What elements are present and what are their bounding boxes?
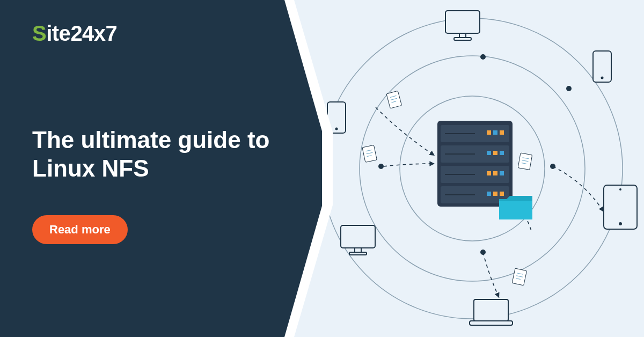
svg-rect-8 (518, 153, 532, 170)
svg-rect-46 (474, 299, 508, 321)
svg-rect-40 (454, 38, 471, 40)
orbit-node-icon (480, 54, 486, 60)
folder-icon (499, 196, 532, 219)
svg-rect-32 (500, 192, 504, 196)
svg-rect-30 (487, 192, 491, 196)
svg-rect-39 (459, 33, 466, 38)
svg-rect-22 (493, 130, 497, 135)
svg-rect-4 (362, 145, 377, 162)
svg-rect-48 (341, 225, 375, 248)
svg-point-44 (619, 222, 622, 225)
svg-rect-12 (512, 268, 526, 285)
svg-point-52 (335, 128, 338, 130)
svg-rect-25 (493, 151, 497, 155)
svg-rect-28 (493, 171, 497, 175)
logo-letter-ite: ite (46, 21, 70, 46)
svg-rect-26 (500, 151, 504, 155)
orbit-node-icon (378, 164, 384, 169)
svg-rect-21 (487, 130, 491, 135)
orbit-node-icon (566, 86, 572, 91)
tablet-icon (604, 185, 637, 229)
svg-point-45 (619, 188, 621, 191)
svg-rect-38 (445, 11, 480, 33)
svg-rect-0 (386, 91, 401, 108)
document-icon (386, 91, 401, 108)
svg-rect-29 (500, 171, 504, 175)
svg-rect-23 (500, 130, 504, 135)
laptop-icon (470, 299, 513, 325)
svg-rect-49 (355, 248, 361, 252)
svg-rect-37 (499, 201, 532, 219)
document-icon (518, 153, 532, 170)
read-more-button[interactable]: Read more (32, 215, 128, 244)
document-icon (362, 145, 377, 162)
left-panel: Site24x7 The ultimate guide to Linux NFS… (0, 0, 322, 337)
svg-rect-50 (349, 252, 367, 255)
monitor-icon (445, 11, 480, 40)
network-diagram (301, 0, 644, 337)
logo: Site24x7 (32, 21, 290, 46)
logo-24x7: 24x7 (70, 21, 117, 46)
phone-icon (593, 51, 611, 82)
document-icon (512, 268, 526, 285)
page-title: The ultimate guide to Linux NFS (32, 126, 279, 183)
svg-rect-31 (493, 192, 497, 196)
server-rack-icon (437, 121, 513, 207)
svg-rect-27 (487, 171, 491, 175)
svg-rect-47 (470, 321, 513, 325)
svg-rect-24 (487, 151, 491, 155)
logo-letter-s: S (32, 21, 46, 46)
svg-point-42 (601, 77, 604, 79)
